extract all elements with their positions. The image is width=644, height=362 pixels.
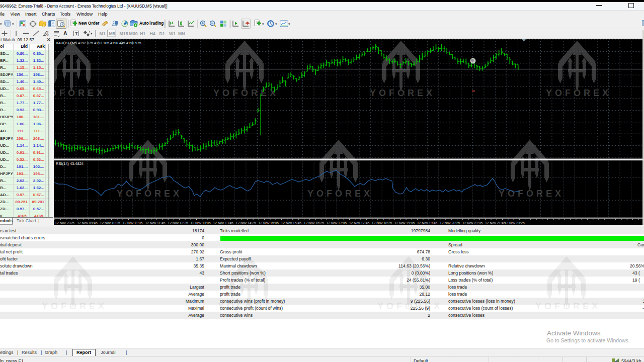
svg-text:12 Nov 15:45: 12 Nov 15:45: [281, 221, 302, 225]
svg-text:€: €: [47, 34, 49, 37]
svg-text:12 Nov 12:25: 12 Nov 12:25: [168, 221, 188, 225]
svg-text:12 Nov 23:25: 12 Nov 23:25: [504, 221, 525, 225]
svg-text:XAUUSD,M5 4192.075 4193.185 4: XAUUSD,M5 4192.075 4193.185 4190.445 419…: [56, 41, 141, 45]
svg-text:RSI(14) 43.4824: RSI(14) 43.4824: [56, 161, 84, 166]
svg-text:YOFOREX: YOFOREX: [546, 88, 611, 98]
svg-text:12 Nov 2025: 12 Nov 2025: [55, 221, 74, 225]
svg-text:12 Nov 17:05: 12 Nov 17:05: [327, 221, 347, 225]
svg-text:YOFOREX: YOFOREX: [307, 189, 373, 199]
svg-text:12 Nov 13:05: 12 Nov 13:05: [190, 221, 211, 225]
svg-text:12 Nov 21:45: 12 Nov 21:45: [485, 221, 506, 225]
svg-text:12 Nov 17:45: 12 Nov 17:45: [349, 221, 370, 225]
svg-text:12 Nov 11:45: 12 Nov 11:45: [145, 221, 166, 225]
svg-text:12 Nov 10:25: 12 Nov 10:25: [100, 221, 120, 225]
svg-text:12 Nov 18:25: 12 Nov 18:25: [372, 221, 392, 225]
svg-text:YOFOREX: YOFOREX: [117, 189, 182, 199]
svg-text:YOFOREX: YOFOREX: [370, 88, 435, 98]
svg-text:12 Nov 21:05: 12 Nov 21:05: [462, 221, 483, 225]
svg-text:12 Nov 16:25: 12 Nov 16:25: [304, 221, 325, 225]
svg-text:12 Nov 11:05: 12 Nov 11:05: [123, 221, 143, 225]
svg-text:12 Nov 20:25: 12 Nov 20:25: [440, 221, 460, 225]
svg-text:12 Nov 19:45: 12 Nov 19:45: [417, 221, 438, 225]
svg-text:12 Nov 15:05: 12 Nov 15:05: [259, 221, 279, 225]
svg-text:12 Nov 09:45: 12 Nov 09:45: [77, 221, 98, 225]
svg-text:12 Nov 13:45: 12 Nov 13:45: [213, 221, 233, 225]
svg-text:T: T: [75, 31, 78, 36]
svg-text:YOFOREX: YOFOREX: [54, 88, 106, 98]
svg-text:12 Nov 19:05: 12 Nov 19:05: [394, 221, 415, 225]
svg-text:12 Nov 14:25: 12 Nov 14:25: [235, 221, 256, 225]
